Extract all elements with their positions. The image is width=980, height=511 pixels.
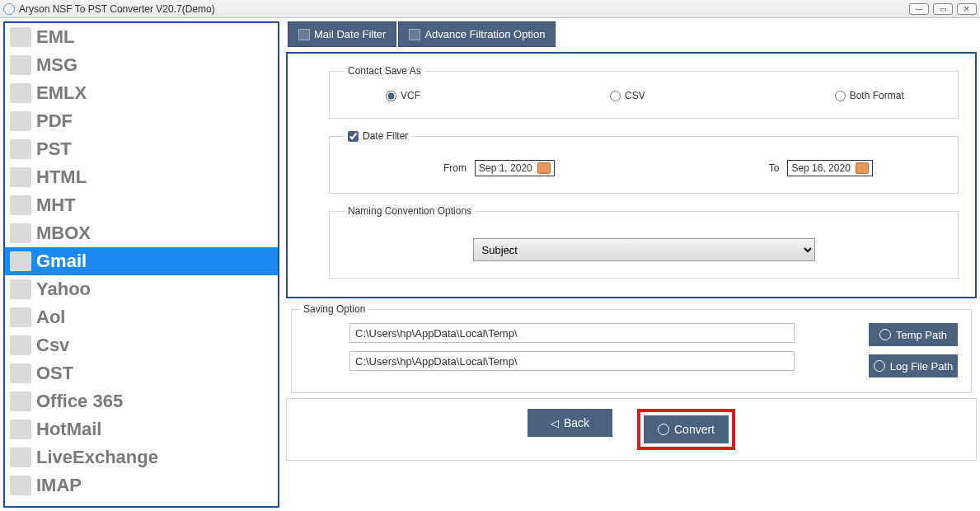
convert-button[interactable]: Convert	[644, 415, 729, 443]
sidebar-item-eml[interactable]: EML	[5, 23, 278, 51]
calendar-icon	[298, 29, 310, 40]
contact-save-as-legend: Contact Save As	[345, 65, 424, 77]
calendar-icon[interactable]	[856, 162, 869, 174]
sidebar-item-ost[interactable]: OST	[5, 359, 278, 387]
minimize-button[interactable]: —	[909, 3, 929, 15]
sidebar-item-aol[interactable]: Aol	[5, 303, 278, 331]
format-icon	[10, 55, 31, 75]
temp-path-button[interactable]: Temp Path	[869, 323, 958, 346]
sidebar-item-html[interactable]: HTML	[5, 163, 278, 191]
sidebar-item-yahoo[interactable]: Yahoo	[5, 275, 278, 303]
naming-convention-select[interactable]: Subject	[473, 238, 815, 261]
dots-icon	[874, 360, 885, 372]
sidebar-item-label: MBOX	[36, 223, 91, 244]
sidebar-item-liveexchange[interactable]: LiveExchange	[5, 443, 278, 471]
saving-option-legend: Saving Option	[300, 303, 368, 315]
format-icon	[10, 195, 31, 215]
tab-row: Mail Date Filter Advance Filtration Opti…	[286, 21, 977, 47]
window-title: Aryson NSF To PST Converter V20.7(Demo)	[19, 3, 909, 15]
back-arrow-icon: ◁	[551, 417, 559, 429]
sidebar-item-emlx[interactable]: EMLX	[5, 79, 278, 107]
sidebar-item-gmail[interactable]: Gmail	[5, 247, 278, 275]
sidebar-item-imap[interactable]: IMAP	[5, 471, 278, 499]
sidebar-item-label: OST	[36, 363, 73, 384]
sidebar-item-msg[interactable]: MSG	[5, 51, 278, 79]
from-label: From	[443, 162, 467, 174]
radio-csv-label: CSV	[625, 90, 645, 101]
sidebar-item-label: EMLX	[36, 82, 87, 104]
sidebar-item-mht[interactable]: MHT	[5, 191, 278, 219]
footer-bar: ◁ Back Convert	[286, 398, 977, 461]
radio-both-input[interactable]	[835, 91, 846, 101]
tab-advance-filtration[interactable]: Advance Filtration Option	[398, 21, 556, 47]
temp-path-input[interactable]	[349, 323, 795, 343]
close-button[interactable]: ✕	[957, 3, 977, 15]
radio-both-label: Both Format	[850, 90, 904, 101]
tab-label: Advance Filtration Option	[424, 28, 545, 40]
radio-vcf-label: VCF	[401, 90, 420, 101]
sidebar-item-label: PST	[36, 138, 72, 160]
radio-vcf[interactable]: VCF	[386, 90, 420, 101]
sidebar-item-pdf[interactable]: PDF	[5, 107, 278, 135]
format-icon	[10, 363, 31, 383]
format-icon	[10, 391, 31, 411]
sidebar-item-label: IMAP	[36, 475, 82, 496]
tab-label: Mail Date Filter	[314, 28, 386, 40]
convert-highlight: Convert	[637, 409, 735, 450]
sidebar-item-label: Yahoo	[36, 279, 91, 300]
log-path-input[interactable]	[349, 351, 795, 371]
radio-csv-input[interactable]	[610, 91, 621, 101]
format-icon	[10, 420, 31, 439]
sidebar-item-label: Gmail	[36, 251, 87, 272]
title-bar: Aryson NSF To PST Converter V20.7(Demo) …	[0, 0, 980, 18]
sidebar-item-label: MSG	[36, 54, 77, 76]
to-date-picker[interactable]: Sep 16, 2020	[787, 160, 872, 176]
filter-icon	[409, 29, 420, 40]
saving-option-fieldset: Saving Option Temp Path Log File Path	[291, 303, 972, 393]
log-file-path-button[interactable]: Log File Path	[869, 354, 958, 377]
sidebar-item-label: HTML	[36, 166, 87, 188]
tab-mail-date-filter[interactable]: Mail Date Filter	[288, 21, 396, 47]
format-icon	[10, 111, 31, 131]
filter-panel: Contact Save As VCF CSV Both Format	[286, 52, 977, 298]
refresh-icon	[658, 424, 669, 435]
date-filter-legend: Date Filter	[345, 130, 411, 142]
sidebar-item-mbox[interactable]: MBOX	[5, 219, 278, 247]
back-button[interactable]: ◁ Back	[528, 409, 612, 437]
maximize-button[interactable]: ▭	[933, 3, 953, 15]
dots-icon	[879, 329, 891, 340]
log-file-path-button-label: Log File Path	[890, 360, 954, 373]
sidebar-item-office-365[interactable]: Office 365	[5, 387, 278, 415]
sidebar-item-label: Aol	[36, 307, 65, 328]
date-filter-fieldset: Date Filter From Sep 1, 2020 To	[329, 130, 959, 194]
convert-button-label: Convert	[674, 423, 715, 436]
sidebar-item-pst[interactable]: PST	[5, 135, 278, 163]
app-icon	[3, 3, 15, 15]
back-button-label: Back	[564, 416, 589, 429]
date-filter-checkbox[interactable]	[348, 131, 359, 142]
sidebar-item-label: LiveExchange	[36, 447, 158, 468]
calendar-icon[interactable]	[537, 162, 551, 174]
format-icon	[10, 307, 31, 327]
format-icon	[10, 448, 31, 467]
main-panel: Mail Date Filter Advance Filtration Opti…	[286, 21, 977, 508]
format-icon	[10, 27, 31, 47]
sidebar-item-label: EML	[36, 26, 74, 48]
date-filter-checkbox-label[interactable]: Date Filter	[348, 130, 408, 142]
format-icon	[10, 83, 31, 103]
radio-vcf-input[interactable]	[386, 91, 396, 101]
from-date-value: Sep 1, 2020	[479, 162, 532, 174]
radio-both[interactable]: Both Format	[835, 90, 904, 101]
contact-save-as-fieldset: Contact Save As VCF CSV Both Format	[329, 65, 959, 119]
format-icon	[10, 335, 31, 355]
window-controls: — ▭ ✕	[909, 3, 977, 15]
to-date-value: Sep 16, 2020	[791, 162, 850, 174]
from-date-picker[interactable]: Sep 1, 2020	[475, 160, 555, 176]
naming-convention-fieldset: Naming Convention Options Subject	[329, 205, 959, 279]
radio-csv[interactable]: CSV	[610, 90, 645, 101]
sidebar-item-label: HotMail	[36, 419, 101, 440]
sidebar-item-hotmail[interactable]: HotMail	[5, 415, 278, 443]
sidebar-item-label: Csv	[36, 335, 69, 356]
sidebar-item-csv[interactable]: Csv	[5, 331, 278, 359]
naming-convention-legend: Naming Convention Options	[345, 205, 475, 217]
